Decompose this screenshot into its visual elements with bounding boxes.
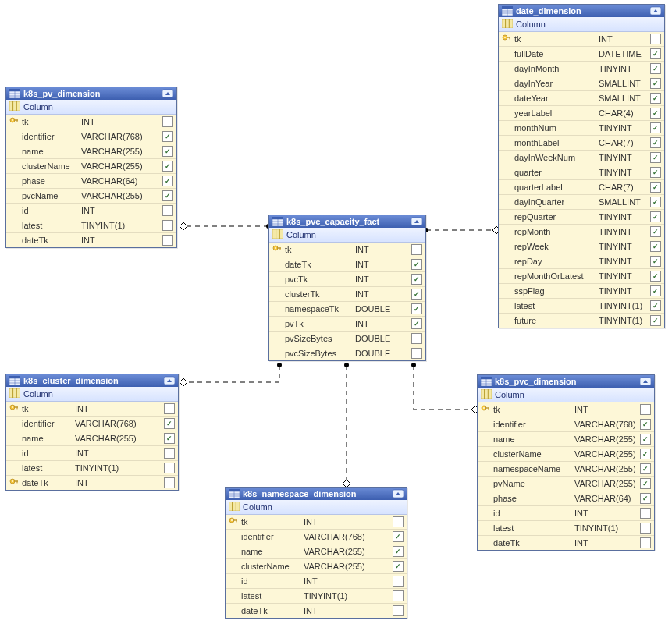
nullable-checkbox[interactable]: ✓ — [650, 108, 661, 119]
column-row[interactable]: dateTkINT✓ — [6, 233, 176, 247]
column-row[interactable]: identifierVARCHAR(768)✓ — [478, 417, 654, 432]
nullable-checkbox[interactable]: ✓ — [162, 220, 173, 231]
column-row[interactable]: latestTINYINT(1)✓ — [226, 589, 407, 604]
column-row[interactable]: identifierVARCHAR(768)✓ — [6, 417, 178, 431]
nullable-checkbox[interactable]: ✓ — [650, 197, 661, 207]
nullable-checkbox[interactable]: ✓ — [411, 274, 422, 285]
nullable-checkbox[interactable]: ✓ — [650, 137, 661, 148]
table-k8s_pvc_capacity_fact[interactable]: k8s_pvc_capacity_factColumntkINT✓dateTkI… — [268, 214, 426, 361]
table-title-bar[interactable]: date_dimension — [499, 5, 664, 17]
column-row[interactable]: idINT✓ — [226, 574, 407, 589]
table-k8s_pvc_dimension[interactable]: k8s_pvc_dimensionColumntkINT✓identifierV… — [477, 374, 655, 551]
column-row[interactable]: repMonthTINYINT✓ — [499, 225, 664, 239]
nullable-checkbox[interactable]: ✓ — [164, 463, 175, 473]
column-row[interactable]: tkINT✓ — [226, 515, 407, 530]
nullable-checkbox[interactable]: ✓ — [650, 93, 661, 104]
nullable-checkbox[interactable]: ✓ — [164, 477, 175, 488]
nullable-checkbox[interactable]: ✓ — [411, 348, 422, 359]
column-row[interactable]: idINT✓ — [6, 204, 176, 218]
column-row[interactable]: pvcNameVARCHAR(255)✓ — [6, 189, 176, 204]
nullable-checkbox[interactable]: ✓ — [650, 241, 661, 252]
column-row[interactable]: pvNameVARCHAR(255)✓ — [478, 477, 654, 491]
nullable-checkbox[interactable]: ✓ — [411, 289, 422, 300]
nullable-checkbox[interactable]: ✓ — [411, 333, 422, 344]
column-row[interactable]: tkINT✓ — [6, 115, 176, 129]
column-row[interactable]: idINT✓ — [478, 506, 654, 521]
nullable-checkbox[interactable]: ✓ — [164, 403, 175, 414]
column-row[interactable]: fullDateDATETIME✓ — [499, 47, 664, 62]
column-row[interactable]: dayInWeekNumTINYINT✓ — [499, 151, 664, 165]
nullable-checkbox[interactable]: ✓ — [162, 161, 173, 172]
nullable-checkbox[interactable]: ✓ — [164, 448, 175, 459]
collapse-icon[interactable] — [164, 376, 175, 385]
nullable-checkbox[interactable]: ✓ — [393, 605, 404, 616]
table-title-bar[interactable]: k8s_pvc_capacity_fact — [269, 215, 425, 228]
nullable-checkbox[interactable]: ✓ — [162, 176, 173, 186]
column-row[interactable]: dateTkINT✓ — [6, 476, 178, 490]
nullable-checkbox[interactable]: ✓ — [162, 146, 173, 157]
nullable-checkbox[interactable]: ✓ — [650, 63, 661, 74]
column-row[interactable]: repMonthOrLatestTINYINT✓ — [499, 269, 664, 284]
nullable-checkbox[interactable]: ✓ — [411, 259, 422, 270]
column-row[interactable]: tkINT✓ — [6, 402, 178, 417]
table-title-bar[interactable]: k8s_pv_dimension — [6, 87, 176, 100]
column-row[interactable]: clusterNameVARCHAR(255)✓ — [478, 447, 654, 462]
nullable-checkbox[interactable]: ✓ — [640, 537, 651, 548]
nullable-checkbox[interactable]: ✓ — [650, 300, 661, 311]
column-row[interactable]: phaseVARCHAR(64)✓ — [478, 491, 654, 506]
nullable-checkbox[interactable]: ✓ — [650, 78, 661, 89]
column-row[interactable]: nameVARCHAR(255)✓ — [226, 544, 407, 559]
nullable-checkbox[interactable]: ✓ — [640, 508, 651, 519]
nullable-checkbox[interactable]: ✓ — [162, 190, 173, 201]
nullable-checkbox[interactable]: ✓ — [650, 34, 661, 44]
column-row[interactable]: quarterLabelCHAR(7)✓ — [499, 180, 664, 195]
column-row[interactable]: latestTINYINT(1)✓ — [6, 218, 176, 233]
nullable-checkbox[interactable]: ✓ — [640, 493, 651, 504]
column-row[interactable]: phaseVARCHAR(64)✓ — [6, 174, 176, 189]
column-row[interactable]: repQuarterTINYINT✓ — [499, 210, 664, 225]
table-k8s_namespace_dimension[interactable]: k8s_namespace_dimensionColumntkINT✓ident… — [225, 487, 407, 619]
column-row[interactable]: repWeekTINYINT✓ — [499, 239, 664, 254]
table-title-bar[interactable]: k8s_cluster_dimension — [6, 374, 178, 387]
column-row[interactable]: dateTkINT✓ — [478, 536, 654, 550]
nullable-checkbox[interactable]: ✓ — [162, 205, 173, 216]
column-row[interactable]: latestTINYINT(1)✓ — [478, 521, 654, 536]
nullable-checkbox[interactable]: ✓ — [393, 516, 404, 527]
column-row[interactable]: namespaceTkDOUBLE✓ — [269, 302, 425, 317]
column-row[interactable]: futureTINYINT(1)✓ — [499, 314, 664, 328]
column-row[interactable]: tkINT✓ — [499, 32, 664, 47]
collapse-icon[interactable] — [411, 217, 422, 226]
table-k8s_pv_dimension[interactable]: k8s_pv_dimensionColumntkINT✓identifierVA… — [5, 87, 177, 248]
column-row[interactable]: identifierVARCHAR(768)✓ — [226, 530, 407, 544]
column-row[interactable]: dayInYearSMALLINT✓ — [499, 76, 664, 91]
nullable-checkbox[interactable]: ✓ — [650, 122, 661, 133]
column-row[interactable]: nameVARCHAR(255)✓ — [478, 432, 654, 447]
nullable-checkbox[interactable]: ✓ — [650, 226, 661, 237]
nullable-checkbox[interactable]: ✓ — [640, 478, 651, 489]
nullable-checkbox[interactable]: ✓ — [650, 315, 661, 326]
nullable-checkbox[interactable]: ✓ — [650, 48, 661, 59]
nullable-checkbox[interactable]: ✓ — [650, 271, 661, 282]
collapse-icon[interactable] — [640, 377, 651, 386]
nullable-checkbox[interactable]: ✓ — [650, 167, 661, 178]
column-row[interactable]: identifierVARCHAR(768)✓ — [6, 129, 176, 144]
column-row[interactable]: dateYearSMALLINT✓ — [499, 91, 664, 106]
nullable-checkbox[interactable]: ✓ — [650, 285, 661, 296]
nullable-checkbox[interactable]: ✓ — [162, 116, 173, 127]
nullable-checkbox[interactable]: ✓ — [640, 419, 651, 430]
nullable-checkbox[interactable]: ✓ — [393, 576, 404, 587]
column-row[interactable]: dateTkINT✓ — [269, 257, 425, 272]
nullable-checkbox[interactable]: ✓ — [393, 531, 404, 542]
column-row[interactable]: nameVARCHAR(255)✓ — [6, 144, 176, 159]
nullable-checkbox[interactable]: ✓ — [650, 211, 661, 222]
nullable-checkbox[interactable]: ✓ — [650, 152, 661, 163]
column-row[interactable]: clusterNameVARCHAR(255)✓ — [6, 159, 176, 174]
table-title-bar[interactable]: k8s_namespace_dimension — [226, 488, 407, 500]
nullable-checkbox[interactable]: ✓ — [640, 463, 651, 474]
column-row[interactable]: monthNumTINYINT✓ — [499, 121, 664, 136]
nullable-checkbox[interactable]: ✓ — [640, 434, 651, 445]
column-row[interactable]: pvcTkINT✓ — [269, 272, 425, 287]
nullable-checkbox[interactable]: ✓ — [411, 244, 422, 255]
column-row[interactable]: dateTkINT✓ — [226, 604, 407, 618]
column-row[interactable]: sspFlagTINYINT✓ — [499, 284, 664, 299]
